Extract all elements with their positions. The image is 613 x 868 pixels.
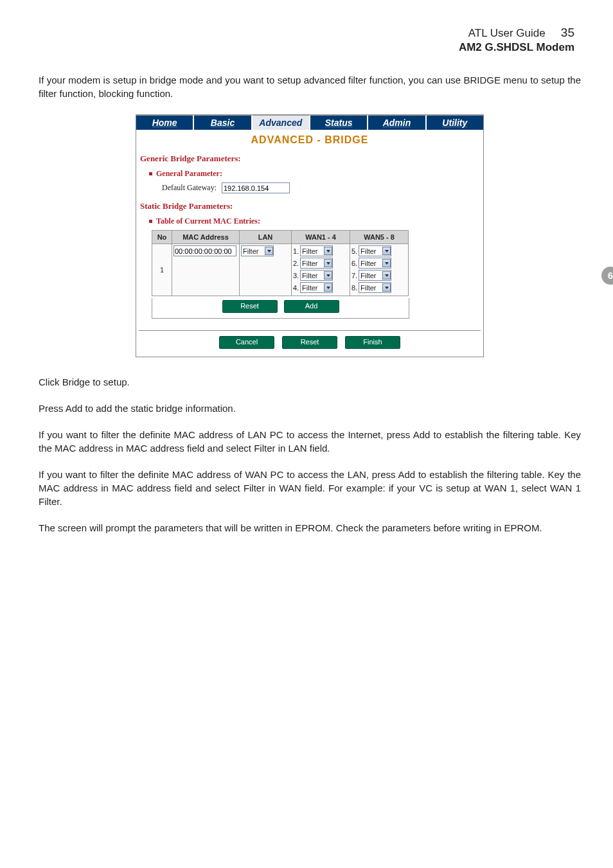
wan-num: 5.: [351, 247, 357, 255]
wan7-filter-select[interactable]: Filter: [359, 270, 391, 281]
wan3-filter-select[interactable]: Filter: [300, 270, 333, 281]
th-wan58: WAN5 - 8: [350, 231, 409, 244]
tab-status[interactable]: Status: [310, 115, 368, 130]
select-value: Filter: [360, 284, 382, 292]
paragraph: Press Add to add the static bridge infor…: [39, 402, 581, 415]
table-reset-button[interactable]: Reset: [222, 300, 278, 313]
bullet-icon: [149, 172, 152, 175]
mac-table: No MAC Address LAN WAN1 - 4 WAN5 - 8 1 F…: [152, 230, 409, 296]
wan4-filter-select[interactable]: Filter: [300, 282, 333, 293]
th-mac: MAC Address: [172, 231, 240, 244]
doc-title: ATL User Guide: [468, 27, 546, 39]
page-number: 35: [561, 26, 574, 39]
default-gateway-input[interactable]: [222, 182, 290, 193]
wan8-filter-select[interactable]: Filter: [359, 282, 391, 293]
wan-num: 1.: [293, 247, 298, 255]
bullet-label: Table of Current MAC Entries:: [156, 217, 260, 226]
chevron-down-icon: [265, 247, 273, 255]
tab-admin[interactable]: Admin: [368, 115, 426, 130]
th-wan14: WAN1 - 4: [292, 231, 350, 244]
wan2-filter-select[interactable]: Filter: [300, 258, 333, 269]
chevron-down-icon: [324, 259, 332, 267]
chevron-down-icon: [324, 247, 332, 255]
section-generic: Generic Bridge Parameters:: [140, 154, 483, 164]
table-row: 1 Filter 1. Filter: [152, 244, 409, 296]
th-lan: LAN: [240, 231, 292, 244]
wan-num: 2.: [293, 260, 298, 267]
select-value: Filter: [302, 284, 324, 292]
screenshot-panel: Home Basic Advanced Status Admin Utility…: [136, 114, 484, 357]
bullet-general-parameter: General Parameter:: [149, 169, 483, 179]
chevron-down-icon: [382, 259, 391, 267]
top-nav: Home Basic Advanced Status Admin Utility: [136, 115, 483, 130]
wan-num: 4.: [293, 284, 298, 292]
tab-home[interactable]: Home: [136, 115, 194, 130]
doc-subtitle: AM2 G.SHDSL Modem: [39, 41, 574, 54]
select-value: Filter: [302, 272, 324, 279]
chevron-down-icon: [324, 271, 332, 279]
tab-basic[interactable]: Basic: [194, 115, 252, 130]
paragraph: If you want to filter the definite MAC a…: [39, 428, 581, 455]
bullet-icon: [149, 220, 152, 223]
lan-filter-select[interactable]: Filter: [241, 245, 274, 256]
wan-num: 3.: [293, 272, 298, 279]
chevron-down-icon: [382, 271, 391, 279]
paragraph: If you want to filter the definite MAC a…: [39, 468, 581, 508]
select-value: Filter: [360, 247, 382, 255]
select-value: Filter: [243, 247, 265, 255]
select-value: Filter: [302, 260, 324, 267]
finish-button[interactable]: Finish: [345, 336, 400, 349]
mac-address-input[interactable]: [173, 245, 236, 256]
table-add-button[interactable]: Add: [284, 300, 339, 313]
doc-header: ATL User Guide 35 AM2 G.SHDSL Modem: [39, 26, 581, 54]
wan1-filter-select[interactable]: Filter: [300, 245, 333, 256]
tab-utility[interactable]: Utility: [427, 115, 483, 130]
intro-paragraph: If your modem is setup in bridge mode an…: [39, 73, 581, 100]
tab-advanced[interactable]: Advanced: [253, 115, 310, 130]
select-value: Filter: [302, 247, 324, 255]
row-number: 1: [152, 244, 172, 296]
page-title: ADVANCED - BRIDGE: [136, 130, 483, 151]
bullet-label: General Parameter:: [156, 169, 222, 179]
chapter-tab: 6: [601, 267, 613, 285]
wan-num: 8.: [351, 284, 357, 292]
select-value: Filter: [360, 260, 382, 267]
wan-num: 6.: [351, 260, 357, 267]
bullet-mac-entries: Table of Current MAC Entries:: [149, 217, 483, 226]
select-value: Filter: [360, 272, 382, 279]
chevron-down-icon: [382, 283, 391, 292]
th-no: No: [152, 231, 172, 244]
paragraph: Click Bridge to setup.: [39, 375, 581, 389]
cancel-button[interactable]: Cancel: [219, 336, 274, 349]
paragraph: The screen will prompt the parameters th…: [39, 521, 581, 535]
wan5-filter-select[interactable]: Filter: [359, 245, 391, 256]
wan-num: 7.: [351, 272, 357, 279]
reset-button[interactable]: Reset: [282, 336, 337, 349]
chevron-down-icon: [382, 247, 391, 255]
wan6-filter-select[interactable]: Filter: [359, 258, 391, 269]
chevron-down-icon: [324, 283, 332, 292]
section-static: Static Bridge Parameters:: [140, 201, 483, 211]
default-gateway-label: Default Gateway:: [162, 183, 217, 193]
divider: [139, 330, 481, 331]
